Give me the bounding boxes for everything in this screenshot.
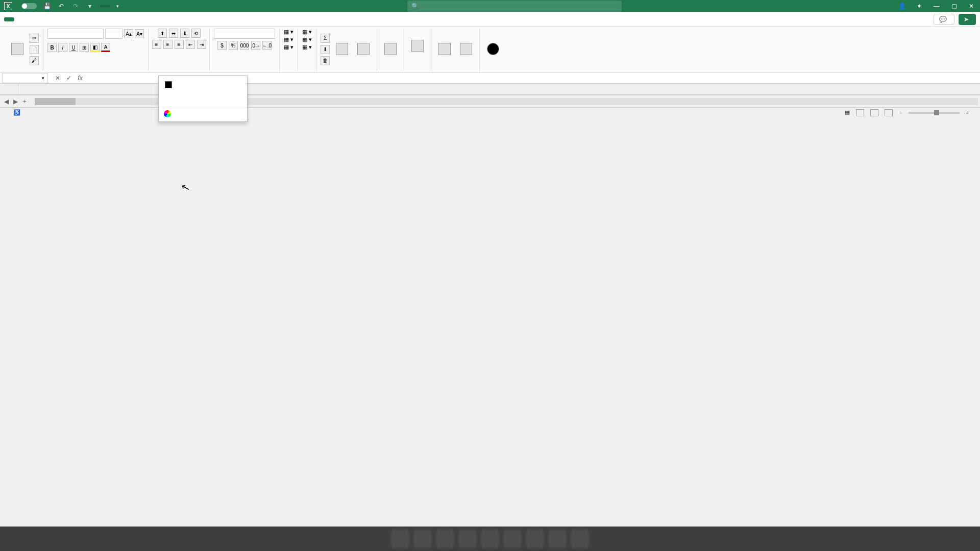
new-sheet-icon[interactable]: + [20,97,29,106]
sheet-nav-prev-icon[interactable]: ◀ [2,97,10,106]
number-format-select[interactable] [214,29,275,39]
taskbar-icon[interactable] [458,530,477,548]
name-box[interactable]: ▾ [2,73,48,83]
redo-icon[interactable]: ↷ [71,2,80,10]
undo-icon[interactable]: ↶ [57,2,65,10]
comments-button[interactable]: 💬 [934,14,954,25]
taskbar-icon[interactable] [526,530,544,548]
taskbar-icon[interactable] [571,530,589,548]
cut-icon[interactable]: ✂ [30,34,39,43]
delete-cells-button[interactable]: ▦ ▾ [302,36,312,43]
align-center-icon[interactable]: ≡ [163,40,173,49]
italic-button[interactable]: I [58,43,67,52]
zoom-out-icon[interactable]: − [899,110,902,116]
mouse-cursor-icon: ↖ [180,180,191,194]
insert-cells-button[interactable]: ▦ ▾ [302,29,312,35]
addins-button[interactable] [381,41,400,58]
sheet-nav-next-icon[interactable]: ▶ [11,97,19,106]
taskbar-icon[interactable] [391,530,409,548]
align-top-icon[interactable]: ⬆ [158,29,167,38]
account-icon[interactable]: 👤 [897,2,906,11]
addins-icon [384,43,397,55]
decrease-font-icon[interactable]: A▾ [135,29,144,38]
maximize-icon[interactable]: ▢ [949,2,959,11]
underline-button[interactable]: U [69,43,78,52]
group-zellen: ▦ ▾ ▦ ▾ ▦ ▾ [298,29,316,71]
indent-increase-icon[interactable]: ⇥ [197,40,206,49]
pdf-link-button[interactable] [435,41,454,58]
percent-icon[interactable]: % [229,41,238,50]
zoom-slider[interactable] [909,112,960,114]
tab-datei[interactable] [4,17,14,21]
accept-formula-icon[interactable]: ✓ [64,73,74,83]
group-zwischenablage: ✂ 📄 🖌 [4,29,43,71]
zoom-in-icon[interactable]: + [966,110,969,116]
font-color-button[interactable]: A [101,43,110,52]
clear-icon[interactable]: 🗑 [321,56,330,65]
taskbar-icon[interactable] [548,530,567,548]
spreadsheet-grid [0,84,980,95]
align-middle-icon[interactable]: ⬌ [169,29,178,38]
fill-icon[interactable]: ⬇ [321,45,330,54]
format-cells-button[interactable]: ▦ ▾ [302,44,312,51]
pdf-outlook-button[interactable] [457,41,475,58]
accessibility-status[interactable]: ♿ [13,109,20,116]
search-input[interactable]: 🔍 [407,1,622,12]
indent-decrease-icon[interactable]: ⇤ [186,40,195,49]
increase-font-icon[interactable]: A▴ [124,29,133,38]
autosave-toggle[interactable] [18,3,37,9]
save-icon[interactable]: 💾 [43,2,51,10]
font-name-select[interactable] [47,29,104,39]
page-layout-view-icon[interactable] [870,109,878,116]
auto-color-option[interactable] [162,79,244,90]
theme-colors-label [162,90,244,94]
bold-button[interactable]: B [47,43,57,52]
taskbar-icon[interactable] [413,530,432,548]
format-as-table-button[interactable]: ▦ ▾ [284,36,293,43]
autosum-icon[interactable]: Σ [321,34,330,43]
minimize-icon[interactable]: — [932,2,941,11]
toggle-icon[interactable] [21,3,37,9]
paste-button[interactable] [8,41,27,58]
filename-dropdown-icon[interactable]: ▾ [116,4,119,9]
font-size-select[interactable] [105,29,122,39]
align-right-icon[interactable]: ≡ [175,40,184,49]
filename[interactable] [100,5,110,7]
normal-view-icon[interactable] [856,109,864,116]
share-button[interactable]: ➤ [959,14,976,25]
align-left-icon[interactable]: ≡ [152,40,161,49]
pdf-icon [438,43,451,55]
search-icon: 🔍 [411,3,419,10]
align-bottom-icon[interactable]: ⬇ [180,29,189,38]
fx-icon[interactable]: fx [76,73,85,83]
more-colors-option[interactable] [162,107,244,118]
find-select-button[interactable] [354,41,373,58]
border-button[interactable]: ⊞ [80,43,89,52]
share-icon: ➤ [964,16,969,23]
diamond-icon[interactable]: ✦ [915,2,924,11]
decimal-inc-icon[interactable]: .0→ [251,41,260,50]
format-painter-icon[interactable]: 🖌 [30,56,39,65]
comment-icon: 💬 [939,16,947,23]
page-break-view-icon[interactable] [885,109,893,116]
decimal-dec-icon[interactable]: ←.0 [262,41,272,50]
taskbar-icon[interactable] [481,530,499,548]
orientation-icon[interactable]: ⟲ [191,29,201,38]
chatgpt-button[interactable] [484,41,502,58]
select-all-corner[interactable] [0,84,18,94]
cell-styles-button[interactable]: ▦ ▾ [284,44,293,51]
cancel-formula-icon[interactable]: ✕ [53,73,62,83]
conditional-format-button[interactable]: ▦ ▾ [284,29,293,35]
qat-dropdown-icon[interactable]: ▾ [86,2,94,10]
taskbar-icon[interactable] [436,530,454,548]
thousands-icon[interactable]: 000 [240,41,249,50]
fill-color-button[interactable]: ◧ [90,43,100,52]
close-icon[interactable]: ✕ [967,2,976,11]
sort-filter-button[interactable] [333,41,351,58]
datenanalyse-button[interactable] [408,38,427,55]
copy-icon[interactable]: 📄 [30,45,39,54]
display-settings-button[interactable]: ▦ [845,109,850,116]
taskbar-icon[interactable] [503,530,522,548]
chevron-down-icon[interactable]: ▾ [42,76,44,81]
currency-icon[interactable]: $ [217,41,227,50]
